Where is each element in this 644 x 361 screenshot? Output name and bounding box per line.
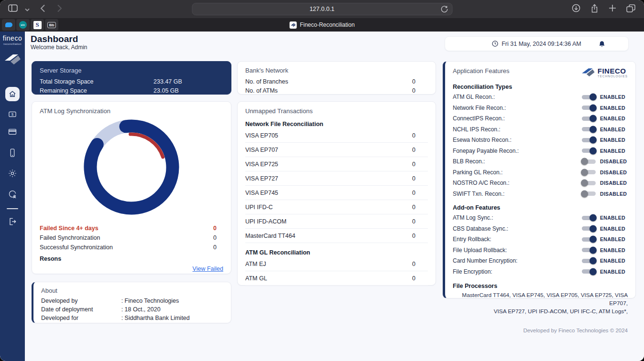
feature-row: NOSTRO A/C Recon.:DISABLED	[453, 178, 628, 189]
feature-toggle[interactable]	[582, 237, 596, 242]
sidebar-item-user-sync[interactable]	[0, 190, 25, 199]
storage-value: 233.47 GB	[153, 78, 182, 85]
feature-toggle[interactable]	[582, 95, 596, 99]
feature-toggle[interactable]	[582, 138, 596, 142]
stat-row-success: Successful Synchronization 0	[40, 244, 223, 251]
shortcut-cloud[interactable]	[2, 19, 15, 31]
feature-label: ConnectIPS Recon.:	[453, 115, 582, 122]
feature-state-label: ENABLED	[600, 127, 628, 132]
feature-toggle[interactable]	[582, 216, 596, 220]
feature-row: ConnectIPS Recon.:ENABLED	[453, 113, 628, 124]
toggle-knob	[589, 94, 597, 101]
feature-state-label: ENABLED	[600, 215, 628, 221]
feature-state-label: DISABLED	[600, 159, 628, 164]
stat-label: Successful Synchronization	[40, 244, 213, 251]
share-icon[interactable]	[590, 4, 599, 15]
storage-label: Remaining Space	[40, 87, 153, 94]
back-button[interactable]	[40, 4, 45, 14]
feature-toggle[interactable]	[582, 149, 596, 153]
feature-label: File Encryption:	[453, 268, 582, 275]
user-sync-icon	[8, 190, 17, 199]
feature-toggle[interactable]	[582, 170, 596, 174]
forward-button[interactable]	[57, 4, 62, 14]
app-sidebar: fineco reconciliation $	[0, 32, 25, 361]
app-root: fineco reconciliation $	[0, 32, 644, 361]
shortcut-bb[interactable]: Bb	[45, 19, 58, 31]
transaction-row: UPI IFD-C0	[245, 200, 428, 214]
feature-toggle[interactable]	[582, 226, 596, 231]
feature-row: Network File Recon.:ENABLED	[453, 103, 628, 114]
stat-label: Failed Synchronization	[40, 234, 213, 242]
feature-toggle[interactable]	[582, 117, 596, 121]
url-field[interactable]: 127.0.0.1	[192, 3, 452, 15]
card-title: Unmapped Transactions	[245, 107, 428, 115]
logo-name: FINECO	[598, 68, 628, 74]
feature-state-label: DISABLED	[600, 191, 628, 197]
shortcut-uic[interactable]: uic	[16, 19, 30, 31]
sidebar-item-logout[interactable]	[0, 217, 25, 226]
fineco-technologies-logo: FINECO TECHNOLOGIES	[581, 67, 628, 78]
feature-toggle[interactable]	[582, 269, 596, 274]
active-tab[interactable]: Fineco-Reconciliation	[289, 21, 355, 29]
network-label: No. of ATMs	[245, 87, 359, 94]
feature-label: Parking GL Recon.:	[453, 169, 582, 176]
sidebar-item-transactions[interactable]: $	[0, 109, 25, 119]
feature-toggle[interactable]	[582, 106, 596, 110]
feature-row: Entry Rollback:ENABLED	[453, 234, 628, 245]
transaction-label: ATM GL	[245, 275, 412, 282]
transaction-value: 0	[412, 175, 428, 182]
toggle-knob	[589, 104, 597, 111]
feature-label: SWIFT Txn. Recon.:	[453, 191, 582, 197]
card-title: ATM Log Synchronization	[40, 107, 223, 115]
chevron-down-icon[interactable]	[25, 5, 30, 13]
toggle-knob	[589, 126, 597, 133]
feature-row: Esewa Notstro Recon.:ENABLED	[453, 135, 628, 146]
about-label: Developed for	[41, 315, 121, 321]
reload-icon[interactable]	[440, 5, 448, 14]
transaction-row: VISA EP7070	[245, 143, 428, 157]
sidebar-item-cards[interactable]	[0, 127, 25, 137]
sidebar-item-mobile[interactable]	[0, 148, 25, 158]
footer-credit: Developed by Fineco Technologies © 2024	[523, 328, 628, 333]
sidebar-item-settings[interactable]	[0, 169, 25, 178]
transaction-row: MasterCard TT4640	[245, 229, 428, 243]
card-title: Server Storage	[40, 67, 223, 74]
feature-toggle[interactable]	[582, 159, 596, 164]
downloads-icon[interactable]	[572, 4, 580, 14]
feature-state-label: ENABLED	[600, 247, 628, 253]
toggle-knob	[589, 214, 597, 222]
bell-icon[interactable]	[599, 41, 605, 49]
about-card: About Developed by : Fineco Technologies…	[32, 282, 231, 323]
features-body: Reconciliation TypesATM GL Recon.:ENABLE…	[453, 84, 628, 277]
file-processors-line: VISA EP727, UPI IFD-ACOM, UPI IFC-C, ATM…	[453, 308, 628, 316]
feature-state-label: ENABLED	[600, 258, 628, 264]
toggle-knob	[589, 246, 597, 254]
reasons-heading: Resons	[40, 255, 223, 262]
feature-toggle[interactable]	[582, 191, 596, 196]
clock-icon	[492, 41, 498, 47]
bb-icon: Bb	[47, 22, 56, 28]
fineco-logo-icon	[4, 53, 21, 69]
feature-toggle[interactable]	[582, 181, 596, 185]
view-failed-link[interactable]: View Failed	[40, 265, 223, 272]
feature-toggle[interactable]	[582, 259, 596, 263]
atm-sync-card: ATM Log Synchronization Failed Since 4+ …	[32, 101, 231, 274]
transaction-row: ATM GL0	[245, 271, 428, 286]
new-tab-icon[interactable]	[609, 4, 616, 14]
feature-row: Parking GL Recon.:DISABLED	[453, 167, 628, 178]
transaction-row: ATM EJ0	[245, 257, 428, 271]
datetime-widget: Fri 31 May, 2024 09:14:36 AM	[445, 36, 629, 51]
sidebar-item-home[interactable]	[0, 87, 25, 101]
feature-toggle[interactable]	[582, 127, 596, 131]
stat-row-failed-4days: Failed Since 4+ days 0	[40, 224, 223, 232]
transaction-label: ATM EJ	[245, 261, 412, 267]
brand: fineco reconciliation	[0, 34, 25, 45]
feature-state-label: DISABLED	[600, 170, 628, 175]
sidebar-toggle-icon[interactable]	[8, 4, 18, 14]
unmapped-section-title: ATM GL Reconciliation	[245, 249, 428, 256]
tab-overview-icon[interactable]	[626, 4, 635, 14]
feature-toggle[interactable]	[582, 248, 596, 252]
feature-row: SWIFT Txn. Recon.:DISABLED	[453, 189, 628, 200]
feature-state-label: ENABLED	[600, 148, 628, 154]
shortcut-s[interactable]: S	[31, 19, 44, 31]
